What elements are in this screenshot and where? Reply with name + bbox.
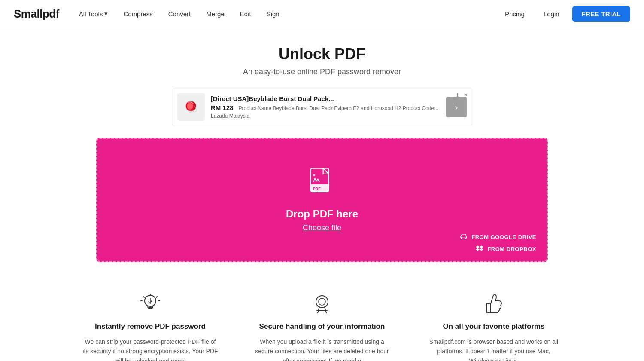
login-button[interactable]: Login	[538, 7, 565, 21]
pdf-icon: PDF	[307, 168, 337, 199]
nav-convert[interactable]: Convert	[162, 7, 197, 21]
feature-secure-handling: Secure handling of your information When…	[253, 292, 391, 361]
features-section: Instantly remove PDF password We can str…	[64, 262, 580, 361]
ad-desc: Product Name Beyblade Burst Dual Pack Ev…	[239, 105, 440, 111]
feature-all-platforms-desc: Smallpdf.com is browser-based and works …	[425, 337, 562, 361]
choose-file-link[interactable]: Choose file	[303, 223, 341, 233]
nav-right: Pricing Login FREE TRIAL	[499, 6, 630, 22]
pricing-link[interactable]: Pricing	[499, 7, 531, 21]
feature-secure-handling-title: Secure handling of your information	[253, 322, 391, 331]
feature-all-platforms: On all your favorite platforms Smallpdf.…	[425, 292, 562, 361]
nav-sign[interactable]: Sign	[261, 7, 286, 21]
ad-image: 🪀	[177, 93, 205, 121]
svg-point-3	[313, 174, 315, 176]
svg-point-16	[319, 298, 325, 305]
page-title: Unlock PDF	[0, 45, 644, 63]
google-drive-button[interactable]: FROM GOOGLE DRIVE	[459, 233, 536, 241]
dropbox-label: FROM DROPBOX	[487, 246, 536, 252]
thumbsup-icon	[425, 292, 562, 315]
feature-instant-remove: Instantly remove PDF password We can str…	[82, 292, 219, 361]
main-content: Unlock PDF An easy-to-use online PDF pas…	[0, 28, 644, 361]
lightbulb-icon	[82, 292, 219, 315]
drop-zone-wrapper: PDF Drop PDF here Choose file FROM GOOGL…	[86, 138, 558, 262]
ad-title: [Direct USA]Beyblade Burst Dual Pack...	[211, 95, 441, 102]
award-icon	[253, 292, 391, 315]
svg-text:PDF: PDF	[313, 186, 321, 190]
drop-zone[interactable]: PDF Drop PDF here Choose file FROM GOOGL…	[96, 138, 548, 262]
feature-instant-remove-desc: We can strip your password-protected PDF…	[82, 337, 219, 361]
logo[interactable]: Smallpdf	[14, 7, 59, 21]
nav-merge[interactable]: Merge	[200, 7, 231, 21]
feature-all-platforms-title: On all your favorite platforms	[425, 322, 562, 331]
ad-close-icon[interactable]: ✕	[462, 92, 469, 98]
ad-controls: ℹ ✕	[454, 92, 469, 98]
ad-info-icon[interactable]: ℹ	[454, 92, 461, 98]
nav-all-tools[interactable]: All Tools ▾	[73, 6, 114, 21]
svg-line-7	[143, 297, 144, 297]
dropbox-icon	[475, 245, 484, 253]
header: Smallpdf All Tools ▾ Compress Convert Me…	[0, 0, 644, 28]
feature-instant-remove-title: Instantly remove PDF password	[82, 322, 219, 331]
ad-content: [Direct USA]Beyblade Burst Dual Pack... …	[211, 95, 441, 119]
ad-price: RM 128	[211, 104, 234, 111]
nav-compress[interactable]: Compress	[117, 7, 158, 21]
ad-next-button[interactable]: ›	[446, 97, 467, 117]
svg-point-12	[316, 296, 328, 308]
nav-edit[interactable]: Edit	[234, 7, 257, 21]
cloud-options: FROM GOOGLE DRIVE FROM DROPBOX	[459, 233, 536, 253]
ad-source: Lazada Malaysia	[211, 113, 441, 119]
ad-banner: ℹ ✕ 🪀 [Direct USA]Beyblade Burst Dual Pa…	[172, 89, 472, 125]
page-subtitle: An easy-to-use online PDF password remov…	[0, 67, 644, 76]
google-drive-icon	[459, 233, 468, 241]
chevron-down-icon: ▾	[104, 10, 108, 18]
main-nav: All Tools ▾ Compress Convert Merge Edit …	[73, 6, 499, 21]
free-trial-button[interactable]: FREE TRIAL	[572, 6, 630, 22]
svg-line-8	[156, 297, 157, 297]
google-drive-label: FROM GOOGLE DRIVE	[471, 234, 536, 240]
drop-text: Drop PDF here	[286, 208, 358, 220]
dropbox-button[interactable]: FROM DROPBOX	[475, 245, 536, 253]
feature-secure-handling-desc: When you upload a file it is transmitted…	[253, 337, 391, 361]
